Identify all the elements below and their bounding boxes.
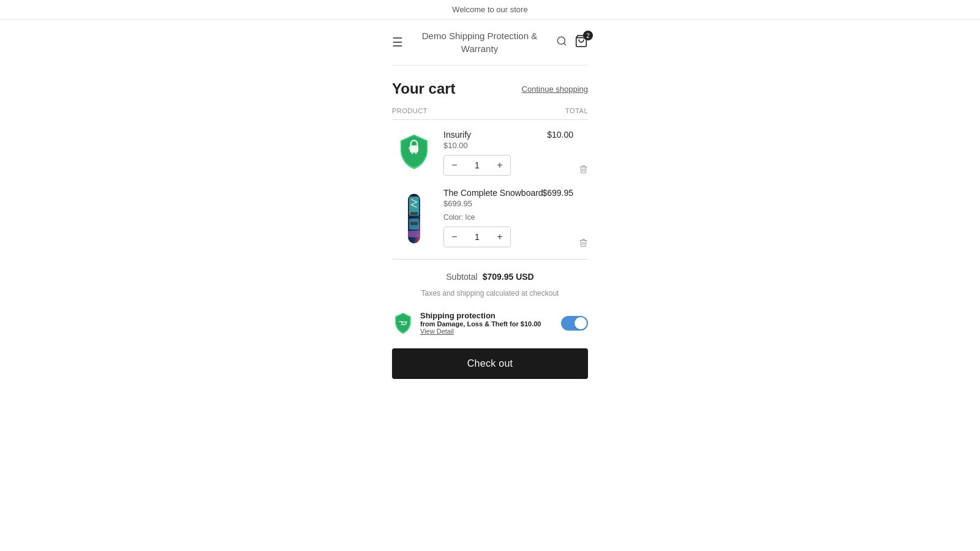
subtotal-label: Subtotal	[446, 272, 477, 282]
cart-badge: 2	[583, 31, 593, 40]
svg-rect-10	[410, 222, 418, 225]
item-image-snowboard	[392, 188, 436, 249]
sp-subtitle: from Damage, Loss & Theft for $10.00	[420, 320, 555, 328]
taxes-text: Taxes and shipping calculated at checkou…	[392, 289, 588, 298]
col-total-label: TOTAL	[565, 107, 588, 114]
announcement-bar: Welcome to our store	[0, 0, 980, 20]
delete-insurify[interactable]	[579, 165, 588, 176]
svg-point-12	[401, 324, 402, 325]
svg-point-5	[415, 153, 417, 154]
cart-title: Your cart	[392, 80, 456, 97]
trash-icon-snowboard	[579, 238, 588, 247]
menu-icon[interactable]: ☰	[392, 35, 403, 50]
qty-stepper-snowboard: − 1 +	[443, 227, 511, 247]
qty-decrease-insurify[interactable]: −	[444, 155, 465, 176]
qty-increase-snowboard[interactable]: +	[489, 227, 510, 247]
column-headers: PRODUCT TOTAL	[392, 107, 588, 120]
subtotal-amount: $709.95 USD	[483, 272, 534, 282]
shipping-protection-text: Shipping protection from Damage, Loss & …	[420, 311, 555, 335]
store-logo: Demo Shipping Protection & Warranty	[403, 29, 556, 55]
cart-divider	[392, 259, 588, 260]
item-price-small-snowboard: $699.95	[443, 199, 588, 208]
sp-view-detail-link[interactable]: View Detail	[420, 328, 555, 335]
svg-rect-11	[408, 231, 420, 238]
qty-decrease-snowboard[interactable]: −	[444, 227, 465, 247]
qty-increase-insurify[interactable]: +	[489, 155, 510, 176]
insurify-shield-icon	[396, 133, 432, 170]
toggle-slider	[561, 316, 588, 331]
continue-shopping-link[interactable]: Continue shopping	[522, 84, 588, 94]
svg-point-4	[412, 153, 413, 154]
delete-snowboard[interactable]	[579, 238, 588, 249]
announcement-text: Welcome to our store	[452, 5, 527, 14]
item-price-small-insurify: $10.00	[443, 141, 588, 150]
cart-page: Your cart Continue shopping PRODUCT TOTA…	[392, 66, 588, 379]
header-icons: 2	[556, 34, 588, 50]
cart-item-insurify: Insurify $10.00 − 1 + $10.00	[392, 130, 588, 176]
qty-value-insurify: 1	[465, 160, 489, 170]
item-variant-snowboard: Color: Ice	[443, 213, 588, 222]
shipping-protection-shield-icon	[392, 312, 414, 334]
svg-rect-9	[410, 212, 418, 215]
header: ☰ Demo Shipping Protection & Warranty 2	[392, 20, 588, 66]
subtotal-section: Subtotal $709.95 USD	[392, 272, 588, 282]
trash-icon	[579, 165, 588, 174]
toggle-wrapper[interactable]	[561, 316, 588, 331]
svg-line-1	[564, 43, 565, 45]
sp-title: Shipping protection	[420, 311, 555, 320]
checkout-button[interactable]: Check out	[392, 348, 588, 379]
cart-icon-wrapper[interactable]: 2	[575, 34, 588, 50]
qty-value-snowboard: 1	[465, 232, 489, 242]
item-image-insurify	[392, 130, 436, 174]
subtotal-row: Subtotal $709.95 USD	[392, 272, 588, 282]
shipping-protection-row: Shipping protection from Damage, Loss & …	[392, 305, 588, 341]
shipping-protection-toggle[interactable]	[561, 316, 588, 331]
item-price-total-snowboard: $699.95	[542, 188, 573, 198]
item-price-total-insurify: $10.00	[547, 130, 573, 140]
cart-item-snowboard: The Complete Snowboard $699.95 Color: Ic…	[392, 188, 588, 249]
snowboard-icon	[399, 191, 429, 246]
col-product-label: PRODUCT	[392, 107, 428, 114]
search-icon[interactable]	[556, 36, 567, 50]
svg-point-13	[404, 324, 405, 325]
qty-stepper-insurify: − 1 +	[443, 155, 511, 176]
cart-header-row: Your cart Continue shopping	[392, 80, 588, 97]
